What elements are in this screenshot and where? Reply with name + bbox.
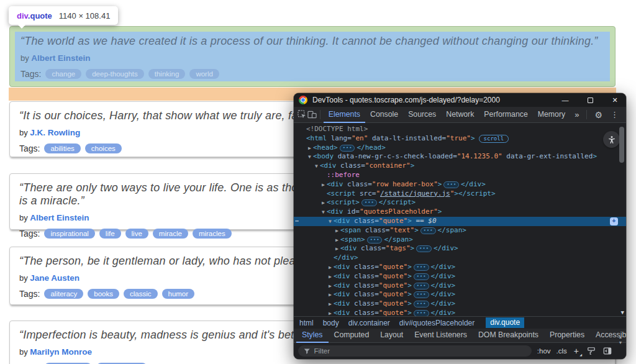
tab-event-listeners[interactable]: Event Listeners <box>409 329 473 343</box>
dom-tree-node[interactable]: ▼<div id="quotesPlaceholder"> <box>294 207 626 217</box>
ellipsis-badge-icon[interactable]: ••• <box>414 301 429 307</box>
tag-pill[interactable]: abilities <box>44 143 80 153</box>
maximize-button[interactable] <box>580 93 600 107</box>
dom-tree-node[interactable]: ▶<head>•••</head> <box>294 143 626 153</box>
ask-ai-icon[interactable]: + <box>610 217 618 225</box>
expand-arrow-down-icon[interactable]: ▼ <box>315 162 320 171</box>
author-link[interactable]: Albert Einstein <box>31 53 90 63</box>
dom-tree-node[interactable]: ▶<div class="quote">•••</div> <box>294 290 626 299</box>
filter-field[interactable] <box>298 345 532 357</box>
expand-arrow-right-icon[interactable]: ▶ <box>322 199 327 208</box>
expand-arrow-right-icon[interactable]: ▶ <box>329 273 334 282</box>
accessibility-icon[interactable] <box>603 131 620 148</box>
tag-pill[interactable]: books <box>88 289 119 299</box>
tag-pill[interactable]: choices <box>85 143 122 153</box>
expand-arrow-right-icon[interactable]: ▶ <box>329 282 334 291</box>
tab-memory[interactable]: Memory <box>533 107 570 123</box>
dom-tree-node[interactable]: ▼<div class="quote"> == $0⋯+ <box>294 217 626 226</box>
breadcrumb-div-quotesplaceholder[interactable]: div#quotesPlaceholder <box>399 319 475 327</box>
tag-pill[interactable]: aliteracy <box>44 289 83 299</box>
dom-tree-node[interactable]: ▼<div class="container"> <box>294 162 626 171</box>
tab-elements[interactable]: Elements <box>324 107 365 123</box>
tag-pill[interactable]: classic <box>124 289 158 299</box>
tab-properties[interactable]: Properties <box>544 329 590 343</box>
new-style-rule-button[interactable]: + <box>574 346 579 356</box>
dom-tree-node[interactable]: <html lang="en" data-lt-installed="true"… <box>294 134 626 143</box>
expand-arrow-down-icon[interactable]: ▼ <box>329 217 334 227</box>
ellipsis-badge-icon[interactable]: ••• <box>443 181 459 188</box>
tab-computed[interactable]: Computed <box>329 329 375 343</box>
author-link[interactable]: Marilyn Monroe <box>30 347 92 357</box>
dom-tree-node[interactable]: ▶<span class="text">•••</span> <box>294 226 626 235</box>
tab-sources[interactable]: Sources <box>403 107 441 123</box>
dom-tree-node[interactable]: <script src="/static/jquery.js"></script… <box>294 189 626 199</box>
ellipsis-badge-icon[interactable]: ••• <box>340 145 355 152</box>
tag-pill[interactable]: change <box>45 69 81 79</box>
toggle-classes[interactable]: .cls <box>556 347 567 355</box>
ellipsis-badge-icon[interactable]: ••• <box>367 237 383 243</box>
toggle-hover-state[interactable]: :hov <box>537 347 551 355</box>
expand-arrow-right-icon[interactable]: ▶ <box>329 309 334 316</box>
expand-arrow-right-icon[interactable]: ▶ <box>329 291 334 300</box>
ellipsis-badge-icon[interactable]: ••• <box>361 199 377 206</box>
ellipsis-badge-icon[interactable]: ••• <box>414 310 429 316</box>
breadcrumb-div-quote[interactable]: div.quote <box>486 317 524 328</box>
tag-pill[interactable]: live <box>125 229 148 239</box>
dom-tree-node[interactable]: ▶<script>•••</script> <box>294 198 626 207</box>
dom-tree-node[interactable]: ▶<div class="tags">•••</div> <box>294 244 626 253</box>
rendering-emulation-icon[interactable] <box>586 346 596 357</box>
tab-network[interactable]: Network <box>441 107 479 123</box>
tag-pill[interactable]: miracles <box>193 229 232 239</box>
tag-pill[interactable]: deep-thoughts <box>86 69 144 79</box>
dom-tree-node[interactable]: ▶<div class="quote">•••</div> <box>294 272 626 281</box>
dom-tree-node[interactable]: ▶<div class="quote">•••</div> <box>294 281 626 291</box>
tag-pill[interactable]: humor <box>162 289 195 299</box>
tag-pill[interactable]: life <box>99 229 121 239</box>
expand-arrow-right-icon[interactable]: ▶ <box>335 245 340 254</box>
filter-input[interactable] <box>314 347 526 355</box>
author-link[interactable]: Albert Einstein <box>30 213 89 222</box>
expand-arrow-right-icon[interactable]: ▶ <box>329 300 334 309</box>
tag-pill[interactable]: inspirational <box>44 229 94 239</box>
ellipsis-badge-icon[interactable]: ••• <box>414 264 429 271</box>
device-toolbar-icon[interactable] <box>307 107 317 122</box>
dom-tree-node[interactable]: ▼<body data-new-gr-c-s-check-loaded="14.… <box>294 152 626 162</box>
dom-tree-node[interactable]: ▶<div class="row header-box">•••</div> <box>294 180 626 189</box>
dom-tree-node[interactable]: ▶<div class="quote">•••</div> <box>294 309 626 316</box>
dom-tree-node[interactable]: ::before <box>294 171 626 180</box>
author-link[interactable]: Jane Austen <box>30 273 80 283</box>
expand-arrow-down-icon[interactable]: ▼ <box>322 208 327 217</box>
breadcrumb-body[interactable]: body <box>323 319 339 327</box>
kebab-menu-icon[interactable]: ⋮ <box>607 110 622 119</box>
devtools-titlebar[interactable]: DevTools - quotes.toscrape.com/js-delaye… <box>294 93 626 107</box>
minimize-button[interactable]: — <box>555 93 575 107</box>
dom-tree-node[interactable]: ▶<span>•••</span> <box>294 235 626 245</box>
tab-styles[interactable]: Styles <box>296 329 329 343</box>
expand-arrow-right-icon[interactable]: ▶ <box>335 236 340 245</box>
dom-tree-node[interactable]: </div> <box>294 253 626 263</box>
ellipsis-badge-icon[interactable]: ••• <box>414 273 429 280</box>
breadcrumb-div-container[interactable]: div.container <box>348 319 390 327</box>
settings-gear-icon[interactable]: ⚙ <box>590 110 607 120</box>
ellipsis-badge-icon[interactable]: ••• <box>416 245 432 252</box>
ellipsis-badge-icon[interactable]: ••• <box>420 227 436 234</box>
sidebar-toggle-icon[interactable] <box>602 346 612 357</box>
sidebar-scroll-arrows[interactable]: ▲▼ <box>617 334 624 345</box>
dom-tree-node[interactable]: <!DOCTYPE html> <box>294 125 626 134</box>
tree-scroll-down-icon[interactable]: ▼ <box>621 309 624 316</box>
ellipsis-badge-icon[interactable]: ••• <box>414 291 429 298</box>
tag-pill[interactable]: world <box>189 69 219 79</box>
tab-dom-breakpoints[interactable]: DOM Breakpoints <box>473 329 544 343</box>
tab-layout[interactable]: Layout <box>375 329 409 343</box>
expand-arrow-right-icon[interactable]: ▶ <box>329 263 334 273</box>
ellipsis-badge-icon[interactable]: ••• <box>414 283 429 289</box>
expand-arrow-right-icon[interactable]: ▶ <box>308 144 313 153</box>
author-link[interactable]: J.K. Rowling <box>30 128 80 137</box>
dom-tree-node[interactable]: ▶<div class="quote">•••</div> <box>294 299 626 309</box>
inspect-element-icon[interactable] <box>298 107 307 122</box>
dom-tree-node[interactable]: ▶<div class="quote">•••</div> <box>294 263 626 272</box>
tag-pill[interactable]: miracle <box>153 229 188 239</box>
tree-scrollbar-thumb[interactable] <box>619 127 624 163</box>
close-button[interactable]: ✕ <box>605 93 625 107</box>
expand-arrow-right-icon[interactable]: ▶ <box>322 181 327 190</box>
